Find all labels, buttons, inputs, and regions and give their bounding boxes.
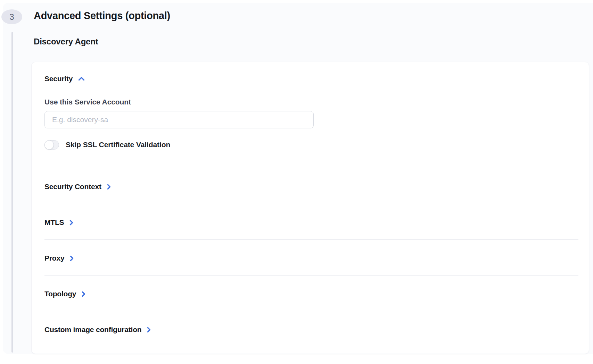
chevron-up-icon xyxy=(78,76,85,81)
section-row-custom-image-configuration[interactable]: Custom image configuration xyxy=(44,311,151,347)
section-label: Security Context xyxy=(44,182,101,191)
chevron-right-icon xyxy=(69,255,74,262)
section-divider xyxy=(44,168,578,168)
section-row-mtls[interactable]: MTLS xyxy=(44,204,74,239)
step-connector-line xyxy=(11,32,13,353)
section-divider xyxy=(44,275,578,276)
wizard-step-panel-container: 3 Advanced Settings (optional) Discovery… xyxy=(0,0,593,364)
page-title: Advanced Settings (optional) xyxy=(34,10,170,22)
service-account-label: Use this Service Account xyxy=(44,98,578,106)
section-divider xyxy=(44,239,578,240)
skip-ssl-toggle-label: Skip SSL Certificate Validation xyxy=(66,140,170,150)
section-row-security-context[interactable]: Security Context xyxy=(44,168,111,204)
chevron-right-icon xyxy=(107,184,111,190)
step-number-badge: 3 xyxy=(1,9,22,24)
toggle-knob xyxy=(44,140,54,150)
skip-ssl-toggle-row: Skip SSL Certificate Validation xyxy=(44,140,170,150)
security-section-label: Security xyxy=(44,74,73,83)
section-label: Proxy xyxy=(44,254,64,263)
section-divider xyxy=(44,204,578,204)
section-row-topology[interactable]: Topology xyxy=(44,276,86,311)
section-label: Custom image configuration xyxy=(44,325,141,334)
subsection-title: Discovery Agent xyxy=(34,37,98,46)
discovery-agent-card: Security Use this Service Account Skip S… xyxy=(31,62,589,354)
chevron-right-icon xyxy=(81,291,86,297)
chevron-right-icon xyxy=(69,219,74,226)
section-label: MTLS xyxy=(44,218,64,227)
section-label: Topology xyxy=(44,289,76,298)
security-section-header[interactable]: Security xyxy=(44,74,85,83)
section-row-proxy[interactable]: Proxy xyxy=(44,240,74,275)
service-account-input[interactable] xyxy=(44,111,314,128)
skip-ssl-toggle[interactable] xyxy=(44,140,59,150)
chevron-right-icon xyxy=(147,327,151,333)
step-number: 3 xyxy=(9,12,14,22)
